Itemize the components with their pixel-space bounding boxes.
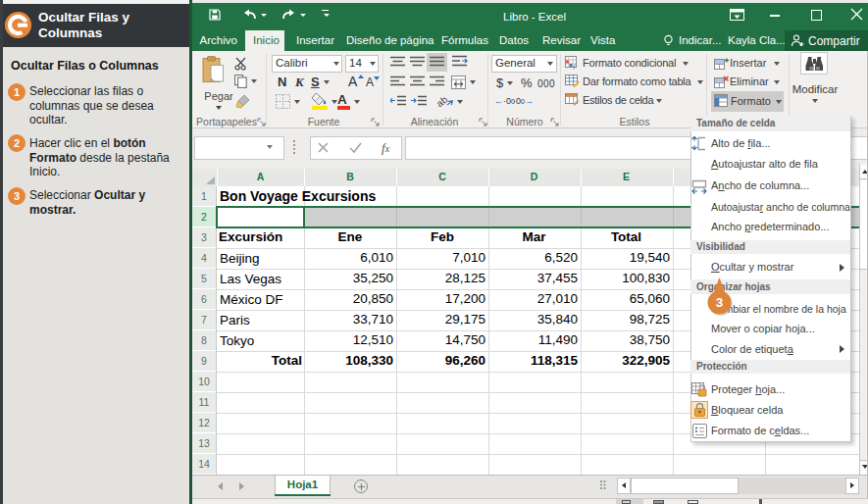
svg-text:3: 3 xyxy=(716,295,724,310)
svg-text:ab: ab xyxy=(437,94,450,109)
